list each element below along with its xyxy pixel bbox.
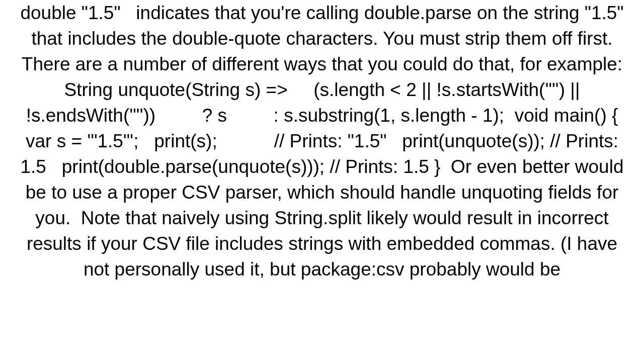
document-text-block: double "1.5" indicates that you're calli…	[15, 0, 629, 283]
